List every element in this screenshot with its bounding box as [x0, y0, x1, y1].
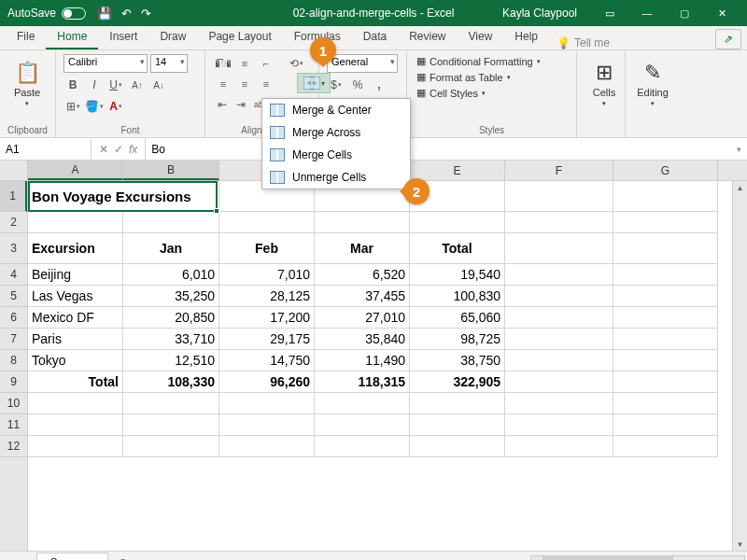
cell[interactable]: 96,260: [219, 371, 315, 393]
cell[interactable]: 100,830: [410, 286, 505, 307]
cell[interactable]: [613, 436, 718, 457]
cell[interactable]: Tokyo: [28, 350, 123, 371]
decrease-indent-button[interactable]: ⇤: [213, 95, 232, 114]
merge-and-center-item[interactable]: Merge & Center: [262, 99, 410, 121]
cell[interactable]: [613, 393, 718, 414]
add-sheet-button[interactable]: ⊕: [113, 553, 132, 561]
cell[interactable]: 98,725: [410, 329, 505, 350]
cell[interactable]: 17,200: [219, 307, 315, 329]
tab-view[interactable]: View: [458, 26, 504, 49]
vertical-scrollbar[interactable]: ▲ ▼: [732, 181, 747, 551]
name-box[interactable]: A1: [0, 138, 92, 160]
ribbon-display-icon[interactable]: ▭: [592, 4, 627, 22]
fill-color-button[interactable]: 🪣: [85, 97, 104, 116]
tab-file[interactable]: File: [6, 26, 46, 49]
unmerge-cells-item[interactable]: Unmerge Cells: [262, 166, 410, 189]
cell[interactable]: 27,010: [315, 307, 410, 329]
cell[interactable]: [410, 414, 505, 436]
undo-icon[interactable]: ↶: [121, 7, 132, 21]
cell[interactable]: Beijing: [28, 264, 123, 286]
select-all-corner[interactable]: [0, 161, 28, 181]
sheet-tab-summary[interactable]: Summary: [36, 553, 108, 560]
sheet-nav-next[interactable]: ▸: [19, 556, 35, 560]
cell[interactable]: [219, 212, 315, 233]
align-center-button[interactable]: ≡: [234, 75, 255, 93]
cell[interactable]: Feb: [219, 233, 315, 264]
align-right-button[interactable]: ≡: [256, 75, 276, 93]
col-header-E[interactable]: E: [410, 161, 505, 180]
tab-help[interactable]: Help: [503, 26, 549, 49]
cell[interactable]: [315, 393, 410, 414]
borders-button[interactable]: ⊞: [63, 97, 82, 116]
col-header-B[interactable]: B: [123, 161, 219, 180]
cell[interactable]: [219, 436, 315, 457]
cell[interactable]: [28, 436, 123, 457]
cell[interactable]: Mexico DF: [28, 307, 123, 329]
cell[interactable]: [123, 414, 219, 436]
cell[interactable]: [505, 264, 613, 286]
fx-icon[interactable]: fx: [129, 143, 137, 156]
cell[interactable]: [613, 371, 718, 393]
number-format-select[interactable]: General: [327, 54, 398, 73]
cell[interactable]: [123, 436, 219, 457]
row-header-9[interactable]: 9: [0, 371, 27, 393]
cell[interactable]: [613, 307, 718, 329]
cell[interactable]: Total: [410, 233, 505, 264]
format-as-table-button[interactable]: ▦ Format as Table ▾: [415, 70, 569, 84]
comma-format-button[interactable]: ,: [370, 76, 388, 94]
row-header-2[interactable]: 2: [0, 212, 27, 233]
editing-button[interactable]: ✎ Editing ▾: [633, 54, 672, 114]
cell[interactable]: [505, 181, 613, 212]
row-header-5[interactable]: 5: [0, 286, 27, 307]
cell-grid[interactable]: Bon Voyage ExcursionsExcursionJanFebMarT…: [28, 181, 747, 551]
cell[interactable]: Paris: [28, 329, 123, 350]
cell[interactable]: [505, 350, 613, 371]
cell[interactable]: 37,455: [315, 286, 410, 307]
tab-review[interactable]: Review: [398, 26, 457, 49]
underline-button[interactable]: U: [106, 76, 125, 94]
cancel-formula-icon[interactable]: ✕: [99, 143, 108, 156]
cell[interactable]: [28, 393, 123, 414]
title-cell[interactable]: Bon Voyage Excursions: [28, 181, 219, 212]
close-icon[interactable]: ✕: [704, 4, 740, 22]
cell[interactable]: [505, 371, 613, 393]
merge-across-item[interactable]: Merge Across: [262, 121, 410, 144]
merge-cells-item[interactable]: Merge Cells: [262, 144, 410, 166]
cell[interactable]: 28,125: [219, 286, 315, 307]
cell[interactable]: 6,010: [123, 264, 219, 286]
autosave-toggle[interactable]: AutoSave: [7, 7, 86, 20]
cell[interactable]: 38,750: [410, 350, 505, 371]
row-header-1[interactable]: 1: [0, 181, 27, 212]
cell[interactable]: [410, 436, 505, 457]
cell[interactable]: [613, 350, 718, 371]
cell[interactable]: 33,710: [123, 329, 219, 350]
cell[interactable]: [505, 393, 613, 414]
align-top-button[interactable]: �ొ�: [213, 54, 233, 73]
cell[interactable]: [613, 329, 718, 350]
font-color-button[interactable]: A: [106, 97, 125, 116]
increase-indent-button[interactable]: ⇥: [232, 95, 250, 114]
share-button[interactable]: ⇗: [715, 29, 741, 49]
percent-format-button[interactable]: %: [348, 76, 367, 94]
cell[interactable]: [123, 393, 219, 414]
tab-home[interactable]: Home: [46, 26, 98, 49]
confirm-formula-icon[interactable]: ✓: [114, 143, 123, 156]
cell[interactable]: 20,850: [123, 307, 219, 329]
row-header-7[interactable]: 7: [0, 329, 27, 350]
tab-page-layout[interactable]: Page Layout: [197, 26, 282, 49]
row-header-8[interactable]: 8: [0, 350, 27, 371]
horizontal-scrollbar[interactable]: ◂ ▸: [530, 555, 745, 561]
cell[interactable]: [613, 181, 718, 212]
cell[interactable]: Las Vegas: [28, 286, 123, 307]
cell[interactable]: Total: [28, 371, 123, 393]
cell[interactable]: [410, 212, 505, 233]
cell[interactable]: 12,510: [123, 350, 219, 371]
cell[interactable]: [613, 286, 718, 307]
conditional-formatting-button[interactable]: ▦ Conditional Formatting ▾: [415, 54, 569, 68]
maximize-icon[interactable]: ▢: [667, 4, 702, 22]
user-name[interactable]: Kayla Claypool: [502, 7, 577, 20]
cell[interactable]: [613, 233, 718, 264]
cell[interactable]: [219, 414, 315, 436]
font-name-select[interactable]: Calibri: [63, 54, 148, 73]
cell[interactable]: [219, 393, 315, 414]
